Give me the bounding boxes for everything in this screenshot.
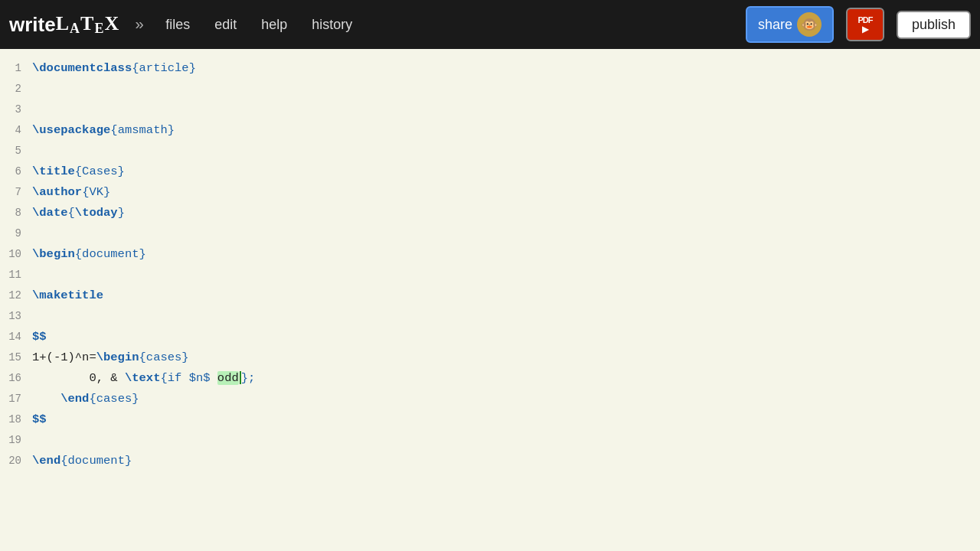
line-number-4: 4 (0, 120, 32, 141)
toolbar: writeLATEX » files edit help history sha… (0, 0, 980, 49)
line-8: 8 \date{\today} (0, 203, 980, 223)
line-number-15: 15 (0, 347, 32, 368)
logo-write: write (9, 13, 56, 37)
line-17: 17 \end{cases} (0, 389, 980, 409)
line-13: 13 (0, 306, 980, 327)
line-number-13: 13 (0, 306, 32, 327)
share-avatar: 🐵 (797, 12, 822, 37)
line-number-11: 11 (0, 265, 32, 285)
line-14: 14 $$ (0, 327, 980, 347)
line-content-7[interactable]: \author{VK} (32, 182, 980, 203)
line-content-6[interactable]: \title{Cases} (32, 161, 980, 182)
line-7: 7 \author{VK} (0, 182, 980, 203)
line-number-20: 20 (0, 451, 32, 471)
share-label: share (758, 17, 792, 33)
line-content-14[interactable]: $$ (32, 327, 980, 347)
line-number-16: 16 (0, 368, 32, 389)
line-number-9: 9 (0, 223, 32, 244)
line-number-19: 19 (0, 430, 32, 451)
line-content-10[interactable]: \begin{document} (32, 244, 980, 265)
line-number-7: 7 (0, 182, 32, 203)
line-number-14: 14 (0, 327, 32, 347)
share-button[interactable]: share 🐵 (746, 6, 834, 43)
line-9: 9 (0, 223, 980, 244)
line-number-17: 17 (0, 389, 32, 409)
line-content-1[interactable]: \documentclass{article} (32, 58, 980, 79)
publish-button[interactable]: publish (897, 11, 971, 39)
line-number-18: 18 (0, 409, 32, 430)
nav-history[interactable]: history (305, 14, 358, 36)
line-20: 20 \end{document} (0, 451, 980, 471)
line-number-10: 10 (0, 244, 32, 265)
line-4: 4 \usepackage{amsmath} (0, 120, 980, 141)
line-5: 5 (0, 141, 980, 161)
line-10: 10 \begin{document} (0, 244, 980, 265)
line-2: 2 (0, 79, 980, 99)
line-6: 6 \title{Cases} (0, 161, 980, 182)
line-content-12[interactable]: \maketitle (32, 285, 980, 306)
line-content-17[interactable]: \end{cases} (32, 389, 980, 409)
line-content-16[interactable]: 0, & \text{if $n$ odd}; (32, 368, 980, 389)
nav-files[interactable]: files (159, 14, 196, 36)
breadcrumb-arrow: » (135, 16, 144, 34)
line-3: 3 (0, 99, 980, 120)
nav-help[interactable]: help (255, 14, 293, 36)
line-1: 1 \documentclass{article} (0, 58, 980, 79)
line-content-15[interactable]: 1+(-1)^n=\begin{cases} (32, 347, 980, 368)
editor[interactable]: 1 \documentclass{article} 2 3 4 \usepack… (0, 49, 980, 551)
line-content-8[interactable]: \date{\today} (32, 203, 980, 223)
line-content-18[interactable]: $$ (32, 409, 980, 430)
publish-label: publish (912, 17, 956, 33)
line-content-20[interactable]: \end{document} (32, 451, 980, 471)
line-number-1: 1 (0, 58, 32, 79)
line-number-5: 5 (0, 141, 32, 161)
line-number-6: 6 (0, 161, 32, 182)
line-15: 15 1+(-1)^n=\begin{cases} (0, 347, 980, 368)
line-content-4[interactable]: \usepackage{amsmath} (32, 120, 980, 141)
nav-edit[interactable]: edit (208, 14, 243, 36)
line-12: 12 \maketitle (0, 285, 980, 306)
line-number-8: 8 (0, 203, 32, 223)
pdf-button[interactable]: PDF▶ (846, 8, 884, 41)
line-16: 16 0, & \text{if $n$ odd}; (0, 368, 980, 389)
line-number-3: 3 (0, 99, 32, 120)
line-number-12: 12 (0, 285, 32, 306)
line-number-2: 2 (0, 79, 32, 99)
line-18: 18 $$ (0, 409, 980, 430)
logo-latex: LATEX (56, 12, 119, 37)
pdf-icon: PDF▶ (858, 15, 872, 34)
logo[interactable]: writeLATEX (9, 12, 119, 37)
line-19: 19 (0, 430, 980, 451)
line-11: 11 (0, 265, 980, 285)
